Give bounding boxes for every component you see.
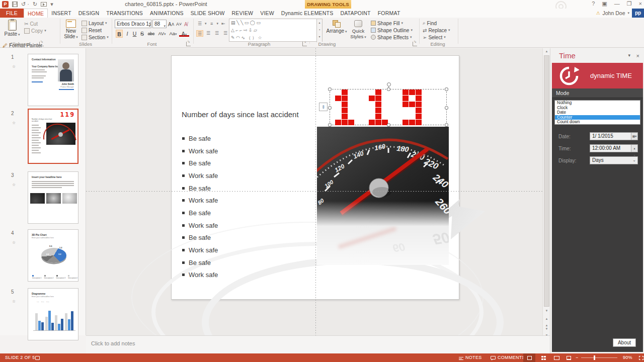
ribbon-display-icon[interactable]: ▣ xyxy=(602,1,607,7)
zoom-level[interactable]: 90% xyxy=(623,353,632,362)
shapes-gallery-scroll[interactable]: ▴▪▾ xyxy=(316,19,322,42)
slide-title[interactable]: Number of days since last accident xyxy=(182,110,299,119)
font-size-combo[interactable]: 88▾ xyxy=(152,20,167,28)
font-color-button[interactable]: A▾ xyxy=(179,30,189,37)
resize-handle-s[interactable] xyxy=(387,123,390,127)
paragraph-dialog-launcher[interactable] xyxy=(302,42,307,46)
thumbnail-slide-1[interactable]: Contact Information Your Company Name In… xyxy=(28,54,78,106)
powerpoint-logo-icon[interactable]: P xyxy=(2,1,9,8)
align-right-button[interactable]: ☰ xyxy=(213,30,220,37)
reset-button[interactable]: Reset xyxy=(82,27,102,34)
time-input[interactable]: 12:00:00 AM ▴▾ xyxy=(590,144,638,152)
speedometer-image[interactable]: 80 100 120 140 160 180 200 220 240 260 xyxy=(317,127,449,226)
italic-button[interactable]: I xyxy=(124,30,130,38)
tab-home[interactable]: HOME xyxy=(24,9,48,18)
new-slide-button[interactable]: New Slide ▾ xyxy=(62,19,79,41)
spellcheck-icon[interactable] xyxy=(35,353,40,362)
close-icon[interactable]: × xyxy=(639,1,642,7)
slide-editor-canvas[interactable]: Number of days since last accident Be sa… xyxy=(86,48,542,335)
mode-option-nothing[interactable]: Nothing xyxy=(555,101,640,106)
tab-slideshow[interactable]: SLIDE SHOW xyxy=(187,9,228,18)
tab-view[interactable]: VIEW xyxy=(257,9,278,18)
underline-button[interactable]: U xyxy=(131,30,138,38)
numbering-button[interactable]: ≡ xyxy=(208,21,215,27)
strikethrough-button[interactable]: S xyxy=(139,30,145,38)
reading-view-button[interactable] xyxy=(550,353,562,362)
change-case-button[interactable]: Aa▾ xyxy=(168,30,178,38)
align-left-button[interactable]: ☰ xyxy=(196,30,203,37)
section-button[interactable]: Section▾ xyxy=(82,34,109,41)
drawing-dialog-launcher[interactable] xyxy=(413,42,417,46)
tab-datapoint[interactable]: DATAPOINT xyxy=(337,9,374,18)
date-picker-icon[interactable]: ▦▾ xyxy=(631,133,637,140)
clipboard-dialog-launcher[interactable] xyxy=(39,42,44,46)
tab-file[interactable]: FILE xyxy=(0,9,24,18)
help-icon[interactable]: ? xyxy=(592,1,595,7)
pane-close-icon[interactable]: × xyxy=(636,53,639,59)
shapes-gallery[interactable]: ▤ ╲ ╲ ▭ ◯ ▭ △ ⌐ ⌐ ⇨ ⇩ ▱ ✎ ◠ ∿ （ ） ☆ ▴▪▾ xyxy=(229,19,323,42)
restore-icon[interactable]: ❐ xyxy=(627,1,632,7)
save-icon[interactable] xyxy=(12,2,18,7)
redo-icon[interactable]: ↻ xyxy=(33,1,37,8)
character-spacing-button[interactable]: AV▾ xyxy=(157,30,167,38)
replace-button[interactable]: ⇄Replace▾ xyxy=(423,27,450,34)
pane-options-icon[interactable]: ▾ xyxy=(628,53,630,58)
paste-button[interactable]: Paste ▾ xyxy=(3,19,22,41)
decrease-indent-button[interactable]: ⇤ xyxy=(220,21,227,27)
resize-handle-w[interactable] xyxy=(328,106,332,110)
horizontal-guide[interactable] xyxy=(86,191,542,192)
subscript-button[interactable]: abc xyxy=(146,30,156,38)
font-dialog-launcher[interactable] xyxy=(186,42,191,46)
grow-font-button[interactable]: A˄ xyxy=(168,21,175,28)
rotation-handle[interactable] xyxy=(387,82,391,86)
bullets-button[interactable]: ☰ xyxy=(196,21,203,27)
thumbnail-slide-5[interactable]: Diagramme Enter your subheadline here ◦ … xyxy=(28,288,78,340)
mode-option-clock[interactable]: Clock xyxy=(555,106,640,111)
shape-outline-button[interactable]: Shape Outline▾ xyxy=(371,27,413,34)
mode-listbox[interactable]: Nothing Clock Date Counter Count down xyxy=(554,100,640,125)
time-spinner-icon[interactable]: ▴▾ xyxy=(631,145,637,152)
slide-indicator[interactable]: SLIDE 2 OF 5 xyxy=(5,353,35,362)
thumbnail-slide-2-selected[interactable]: 119 Number of days since last accident xyxy=(28,109,78,164)
bullet-list[interactable]: Be safe Work safe Be safe Work safe Be s… xyxy=(182,132,218,281)
resize-handle-e[interactable] xyxy=(445,106,448,110)
resize-handle-ne[interactable] xyxy=(445,87,448,91)
display-select[interactable]: Days ⌄ xyxy=(590,156,638,164)
layout-button[interactable]: Layout▾ xyxy=(82,20,107,27)
next-slide-icon[interactable]: ▼▼ xyxy=(543,326,550,332)
find-button[interactable]: ⌕Find xyxy=(423,20,437,27)
resize-handle-sw[interactable] xyxy=(328,123,332,127)
tab-dynamic-elements[interactable]: Dynamic ELEMENTS xyxy=(278,9,337,18)
select-button[interactable]: ➢Select▾ xyxy=(423,34,446,41)
zoom-out-icon[interactable]: − xyxy=(576,353,579,362)
comments-toggle[interactable]: COMMENTS xyxy=(491,353,525,362)
scrollbar-thumb[interactable] xyxy=(544,55,549,307)
vertical-guide[interactable] xyxy=(315,48,316,335)
slideshow-view-button[interactable] xyxy=(562,353,575,362)
date-input[interactable]: 1/ 1/2015 ▦▾ xyxy=(590,132,638,140)
copy-button[interactable]: Copy▾ xyxy=(24,27,46,34)
normal-view-button[interactable] xyxy=(523,353,535,362)
notes-pane[interactable]: Click to add notes xyxy=(86,335,550,353)
tab-insert[interactable]: INSERT xyxy=(48,9,75,18)
slide-sorter-view-button[interactable] xyxy=(537,353,549,362)
tab-animations[interactable]: ANIMATIONS xyxy=(146,9,187,18)
user-name[interactable]: John Doe xyxy=(603,10,625,16)
fit-to-window-icon[interactable] xyxy=(635,353,644,362)
zoom-slider-thumb[interactable] xyxy=(594,355,595,360)
bold-button[interactable]: B xyxy=(116,30,123,38)
arrange-button[interactable]: Arrange ▾ xyxy=(326,19,347,41)
undo-icon[interactable]: ↺ · xyxy=(21,1,29,8)
thumbnail-slide-3[interactable]: Insert your headline here xyxy=(28,171,78,224)
resize-handle-se[interactable] xyxy=(445,123,448,127)
justify-button[interactable]: ☰ xyxy=(222,30,229,37)
minimize-icon[interactable]: — xyxy=(614,1,620,7)
scroll-down-icon[interactable]: ▼ xyxy=(543,308,550,314)
previous-slide-icon[interactable]: ▲▲ xyxy=(543,316,550,322)
notes-toggle[interactable]: NOTES xyxy=(459,353,482,362)
clear-formatting-button[interactable]: A̸ xyxy=(184,21,188,28)
thumbnail-slide-4[interactable]: 3D Pie Chart Enter your subheadline here… xyxy=(28,229,78,282)
tab-format[interactable]: FORMAT xyxy=(374,9,404,18)
zoom-slider[interactable] xyxy=(581,357,617,358)
quick-styles-button[interactable]: Quick Styles ▾ xyxy=(348,19,368,41)
